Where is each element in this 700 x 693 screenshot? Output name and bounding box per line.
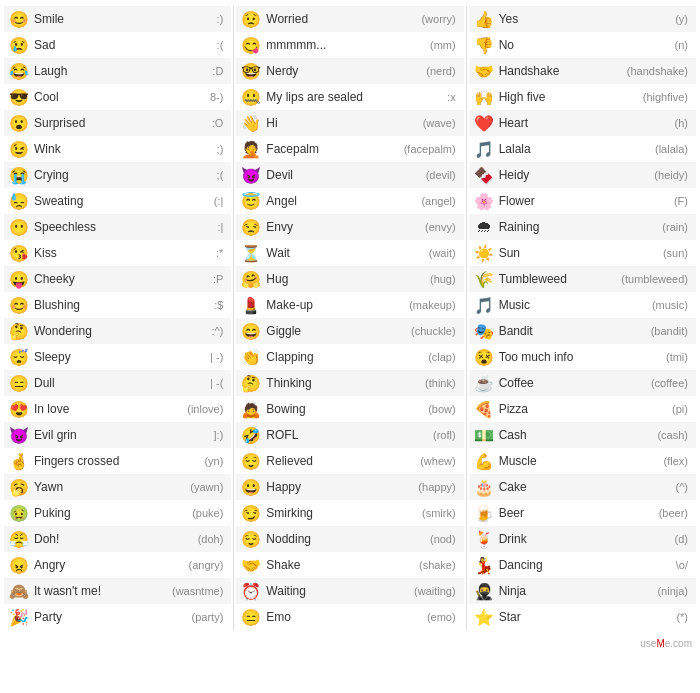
emoji-icon: 💄 bbox=[240, 294, 262, 316]
emoji-name: Hug bbox=[262, 272, 430, 286]
emoji-icon: 🤔 bbox=[240, 372, 262, 394]
emoji-name: Giggle bbox=[262, 324, 411, 338]
emoji-name: Nerdy bbox=[262, 64, 426, 78]
emoji-icon: 😊 bbox=[8, 8, 30, 30]
list-item: 👋Hi(wave) bbox=[236, 110, 463, 136]
list-item: 😈Evil grin]:) bbox=[4, 422, 231, 448]
list-item: 😢Sad:( bbox=[4, 32, 231, 58]
emoji-code: (worry) bbox=[421, 13, 459, 25]
emoji-icon: 🍺 bbox=[473, 502, 495, 524]
list-item: 🥷Ninja(ninja) bbox=[469, 578, 696, 604]
list-item: 🤢Puking(puke) bbox=[4, 500, 231, 526]
emoji-name: Facepalm bbox=[262, 142, 403, 156]
emoji-code: (ninja) bbox=[657, 585, 692, 597]
emoji-name: Pizza bbox=[495, 402, 672, 416]
emoji-icon: 😌 bbox=[240, 450, 262, 472]
emoji-name: My lips are sealed bbox=[262, 90, 447, 104]
emoji-code: (angry) bbox=[188, 559, 227, 571]
emoji-icon: 👏 bbox=[240, 346, 262, 368]
emoji-name: Crying bbox=[30, 168, 217, 182]
emoji-name: Kiss bbox=[30, 246, 216, 260]
emoji-icon: 😟 bbox=[240, 8, 262, 30]
list-item: 👎No(n) bbox=[469, 32, 696, 58]
emoji-icon: 😘 bbox=[8, 242, 30, 264]
emoji-code: (wasntme) bbox=[172, 585, 227, 597]
list-item: ☀️Sun(sun) bbox=[469, 240, 696, 266]
emoji-icon: 😎 bbox=[8, 86, 30, 108]
emoji-code: (smirk) bbox=[422, 507, 460, 519]
list-item: 💃Dancing\o/ bbox=[469, 552, 696, 578]
emoji-icon: 😛 bbox=[8, 268, 30, 290]
emoji-code: :x bbox=[447, 91, 460, 103]
list-item: 🤐My lips are sealed:x bbox=[236, 84, 463, 110]
emoji-code: (handshake) bbox=[627, 65, 692, 77]
list-item: 🤦Facepalm(facepalm) bbox=[236, 136, 463, 162]
emoji-name: Evil grin bbox=[30, 428, 214, 442]
emoji-icon: 😒 bbox=[240, 216, 262, 238]
emoji-name: Bowing bbox=[262, 402, 428, 416]
emoji-icon: 💪 bbox=[473, 450, 495, 472]
list-item: 👏Clapping(clap) bbox=[236, 344, 463, 370]
emoji-code: :) bbox=[217, 13, 228, 25]
emoji-icon: 🤓 bbox=[240, 60, 262, 82]
emoji-code: 8-) bbox=[210, 91, 227, 103]
emoji-icon: 😄 bbox=[240, 320, 262, 342]
list-item: 🥱Yawn(yawn) bbox=[4, 474, 231, 500]
emoji-name: Angel bbox=[262, 194, 421, 208]
emoji-code: ]:) bbox=[214, 429, 228, 441]
emoji-name: Devil bbox=[262, 168, 425, 182]
emoji-icon: 🙌 bbox=[473, 86, 495, 108]
emoji-code: (chuckle) bbox=[411, 325, 460, 337]
list-item: 😶Speechless:| bbox=[4, 214, 231, 240]
emoji-code: :^) bbox=[211, 325, 227, 337]
list-item: ☕Coffee(coffee) bbox=[469, 370, 696, 396]
emoji-name: Envy bbox=[262, 220, 425, 234]
emoji-icon: ⭐ bbox=[473, 606, 495, 628]
emoji-code: (clap) bbox=[428, 351, 460, 363]
list-item: 🤝Shake(shake) bbox=[236, 552, 463, 578]
list-item: 🎂Cake(^) bbox=[469, 474, 696, 500]
emoji-icon: ❤️ bbox=[473, 112, 495, 134]
emoji-code: (flex) bbox=[664, 455, 692, 467]
emoji-icon: 😍 bbox=[8, 398, 30, 420]
emoji-name: Flower bbox=[495, 194, 674, 208]
list-item: 😴Sleepy| -) bbox=[4, 344, 231, 370]
emoji-name: Dull bbox=[30, 376, 210, 390]
list-item: 🌾Tumbleweed(tumbleweed) bbox=[469, 266, 696, 292]
list-item: 🤝Handshake(handshake) bbox=[469, 58, 696, 84]
list-item: 🍹Drink(d) bbox=[469, 526, 696, 552]
emoji-code: (emo) bbox=[427, 611, 460, 623]
emoji-icon: 🤐 bbox=[240, 86, 262, 108]
list-item: 😌Relieved(whew) bbox=[236, 448, 463, 474]
emoji-code: (beer) bbox=[659, 507, 692, 519]
emoji-name: Doh! bbox=[30, 532, 198, 546]
emoji-icon: 🙈 bbox=[8, 580, 30, 602]
list-item: 🎭Bandit(bandit) bbox=[469, 318, 696, 344]
emoji-name: Cake bbox=[495, 480, 676, 494]
list-item: 🍕Pizza(pi) bbox=[469, 396, 696, 422]
emoji-code: :$ bbox=[214, 299, 227, 311]
emoji-icon: 😴 bbox=[8, 346, 30, 368]
emoji-code: (cash) bbox=[657, 429, 692, 441]
list-item: 🍺Beer(beer) bbox=[469, 500, 696, 526]
emoji-code: (:| bbox=[214, 195, 228, 207]
list-item: ⭐Star(*) bbox=[469, 604, 696, 630]
emoji-icon: 🎂 bbox=[473, 476, 495, 498]
list-item: 😀Happy(happy) bbox=[236, 474, 463, 500]
emoji-icon: 😉 bbox=[8, 138, 30, 160]
emoji-icon: 👍 bbox=[473, 8, 495, 30]
emoji-icon: 😀 bbox=[240, 476, 262, 498]
emoji-name: Smirking bbox=[262, 506, 422, 520]
emoji-icon: 🎵 bbox=[473, 294, 495, 316]
emoji-icon: 😠 bbox=[8, 554, 30, 576]
emoji-name: Cheeky bbox=[30, 272, 213, 286]
list-item: 😂Laugh:D bbox=[4, 58, 231, 84]
emoji-table: 😊Smile:)😢Sad:(😂Laugh:D😎Cool8-)😮Surprised… bbox=[0, 0, 700, 636]
emoji-name: Yes bbox=[495, 12, 676, 26]
emoji-name: It wasn't me! bbox=[30, 584, 172, 598]
emoji-code: (shake) bbox=[419, 559, 460, 571]
list-item: 💪Muscle(flex) bbox=[469, 448, 696, 474]
list-item: 🌸Flower(F) bbox=[469, 188, 696, 214]
emoji-code: (*) bbox=[676, 611, 692, 623]
list-item: 😊Smile:) bbox=[4, 6, 231, 32]
